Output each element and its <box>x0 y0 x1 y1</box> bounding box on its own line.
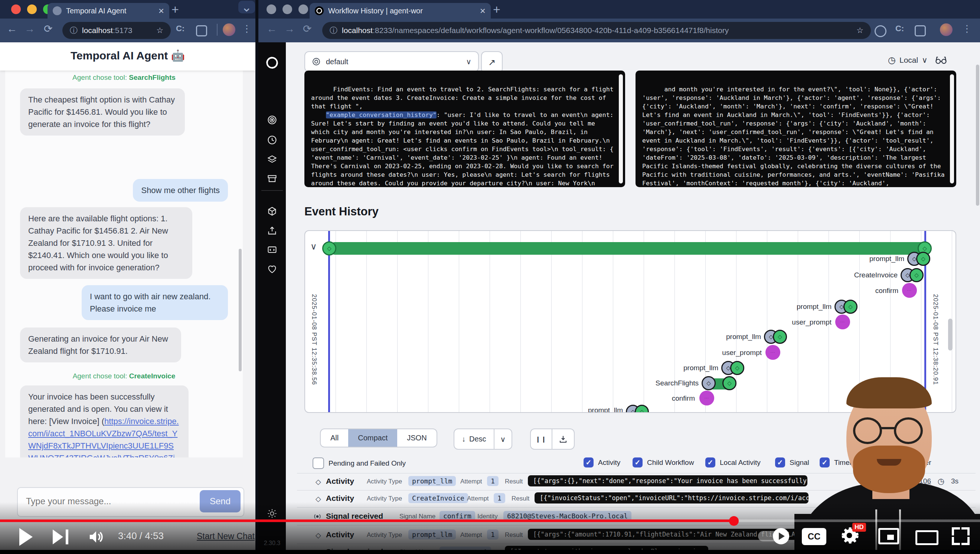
import-icon[interactable] <box>266 224 278 237</box>
view-compact-tab[interactable]: Compact <box>348 429 397 447</box>
view-all-tab[interactable]: All <box>321 429 348 447</box>
site-info-icon[interactable]: ⓘ <box>70 25 78 36</box>
temporal-logo[interactable] <box>266 56 278 69</box>
signal-checkbox[interactable]: ✓ <box>775 457 785 468</box>
sort-desc-button[interactable]: ↓Desc ∨ <box>453 428 512 450</box>
signal-marker[interactable]: ⋯ <box>835 315 850 330</box>
schedules-icon[interactable] <box>266 134 278 146</box>
next-button[interactable] <box>53 530 68 546</box>
namespace-select[interactable]: default ∨ <box>304 51 479 72</box>
workflow-span-bar[interactable] <box>329 242 929 255</box>
local-activity-checkbox[interactable]: ✓ <box>705 457 715 468</box>
message-input-bar: Send <box>17 487 244 517</box>
extensions-puzzle-icon[interactable] <box>196 25 207 37</box>
fullscreen-button[interactable] <box>952 527 970 545</box>
view-json-tab[interactable]: JSON <box>397 429 436 447</box>
result-payload-panel[interactable]: and month you're interested in for the e… <box>635 70 956 187</box>
settings-button[interactable]: HD <box>840 526 859 546</box>
signal-marker[interactable]: ⋯ <box>699 391 714 406</box>
timezone-select[interactable]: ◷ Local ∨ <box>888 55 928 65</box>
activity-scheduled-marker[interactable]: ◇ <box>702 376 716 390</box>
deployments-icon[interactable] <box>266 205 278 218</box>
theater-mode-button[interactable] <box>915 530 939 545</box>
captions-button[interactable]: CC <box>802 528 826 545</box>
activity-completed-marker[interactable]: ◇ <box>843 300 858 314</box>
extension-c-icon[interactable]: C: <box>896 24 904 33</box>
back-icon[interactable]: ← <box>7 24 17 34</box>
filter-local-activity[interactable]: ✓ Local Activity <box>705 457 760 468</box>
activity-completed-marker[interactable]: ◇ <box>916 252 930 266</box>
forward-icon[interactable]: → <box>284 24 295 34</box>
signal-marker[interactable]: ⋯ <box>765 345 780 360</box>
send-button[interactable]: Send <box>200 490 240 513</box>
video-scrubber-handle[interactable] <box>729 516 739 526</box>
browser-menu-icon[interactable]: ⋮ <box>242 24 252 33</box>
data-encoder-glasses-icon[interactable] <box>935 54 947 66</box>
close-window-button[interactable] <box>11 5 21 14</box>
workflows-icon[interactable] <box>266 114 278 126</box>
profile-avatar[interactable] <box>940 23 953 36</box>
pause-autorefresh-button[interactable]: ❙❙ <box>530 428 552 450</box>
code-scrollbar[interactable] <box>619 74 623 183</box>
forward-icon[interactable]: → <box>24 24 35 34</box>
pending-checkbox[interactable] <box>313 457 324 469</box>
address-bar[interactable]: ⓘ localhost:8233/namespaces/default/work… <box>322 22 871 39</box>
reload-icon[interactable]: ⟳ <box>303 24 312 34</box>
pending-failed-filter[interactable]: Pending and Failed Only <box>313 457 406 469</box>
codec-server-icon[interactable] <box>266 244 278 256</box>
back-icon[interactable]: ← <box>267 24 277 34</box>
tab-search-icon[interactable]: ⌄ <box>238 1 255 13</box>
chat-scrollbar[interactable] <box>239 249 242 371</box>
input-payload-panel[interactable]: FindEvents: Find an event to travel to 2… <box>304 70 625 187</box>
reload-icon[interactable]: ⟳ <box>44 24 52 34</box>
chevron-down-icon[interactable]: ∨ <box>500 435 506 444</box>
extensions-puzzle-icon[interactable] <box>915 25 926 37</box>
extension-shield-icon[interactable] <box>875 25 886 37</box>
namespaces-icon[interactable] <box>266 153 278 166</box>
activity-completed-marker[interactable]: ◇ <box>773 330 787 344</box>
autoplay-toggle[interactable] <box>758 531 789 541</box>
filter-activity[interactable]: ✓ Activity <box>584 457 620 468</box>
tab-close-icon[interactable]: × <box>159 5 164 17</box>
message-input[interactable] <box>25 491 175 512</box>
profile-avatar[interactable] <box>223 23 235 36</box>
extension-c-icon[interactable]: C: <box>176 24 185 33</box>
activity-completed-marker[interactable]: ◇ <box>910 268 924 282</box>
new-tab-button[interactable]: + <box>172 3 179 16</box>
open-namespace-button[interactable]: ↗ <box>481 51 503 73</box>
workflow-start-marker[interactable]: ◇ <box>322 241 336 255</box>
timeline-scrollbar[interactable] <box>948 318 953 350</box>
feedback-heart-icon[interactable] <box>266 263 278 275</box>
archive-icon[interactable] <box>266 172 278 185</box>
collapse-chevron-icon[interactable]: ∨ <box>310 241 317 252</box>
bookmark-star-icon[interactable]: ☆ <box>156 26 163 35</box>
address-bar[interactable]: ⓘ localhost:5173 ☆ <box>62 22 171 39</box>
tab-close-icon[interactable]: × <box>480 5 485 17</box>
minimize-window-button[interactable] <box>27 5 37 14</box>
bookmark-star-icon[interactable]: ☆ <box>856 26 864 35</box>
filter-child-workflow[interactable]: ✓ Child Workflow <box>633 457 694 468</box>
activity-completed-marker[interactable]: ◇ <box>722 376 737 390</box>
activity-completed-marker[interactable]: ◇ <box>730 361 744 375</box>
code-scrollbar[interactable] <box>950 74 954 183</box>
miniplayer-button[interactable] <box>878 528 899 544</box>
volume-icon[interactable] <box>88 529 105 545</box>
theme-sun-icon[interactable] <box>266 507 278 520</box>
result-json-chip[interactable]: [{"invoiceStatus":"open","invoiceURL":"h… <box>535 492 808 503</box>
browser-tab-workflow-history[interactable]: Workflow History | agent-wor × <box>310 3 491 19</box>
page-scrollbar[interactable] <box>976 65 979 206</box>
minimize-window-button[interactable] <box>283 5 292 14</box>
site-info-icon[interactable]: ⓘ <box>329 25 337 36</box>
signal-marker[interactable]: ⋯ <box>902 283 917 298</box>
close-window-button[interactable] <box>267 5 276 14</box>
child-workflow-checkbox[interactable]: ✓ <box>633 457 643 468</box>
download-history-button[interactable] <box>552 428 574 450</box>
new-tab-button[interactable]: + <box>493 3 500 16</box>
activity-checkbox[interactable]: ✓ <box>584 457 593 468</box>
zoom-window-button[interactable] <box>299 5 308 14</box>
browser-menu-icon[interactable]: ⋮ <box>962 24 972 33</box>
browser-tab-temporal-ai-agent[interactable]: Temporal AI Agent × <box>48 3 169 19</box>
play-button[interactable] <box>19 528 33 546</box>
result-json-chip[interactable]: [{"args":{},"next":"done","response":"Yo… <box>528 475 807 486</box>
chat-scroll-area[interactable]: Agent chose tool: SearchFlights The chea… <box>5 70 243 457</box>
